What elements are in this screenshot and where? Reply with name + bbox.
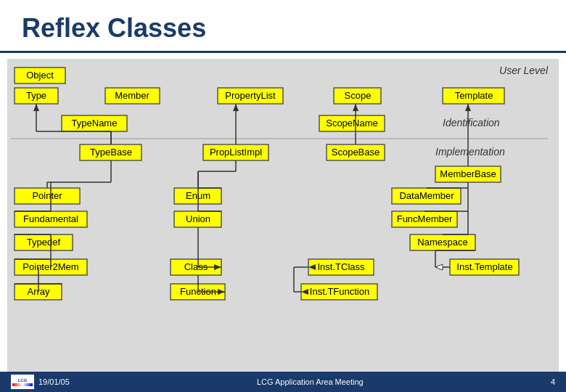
typedef-label: Typedef — [27, 237, 61, 248]
slide-title: Reflex Classes — [22, 13, 206, 43]
footer-page: 4 — [551, 377, 555, 386]
insttfunction-label: Inst.TFunction — [310, 286, 369, 297]
datamember-label: DataMember — [399, 190, 454, 201]
diagram-svg: Object Type Member PropertyList Scope Te… — [7, 59, 551, 371]
fundamental-label: Fundamental — [23, 213, 78, 224]
propertylist-label: PropertyList — [225, 90, 276, 101]
footer: LCG 19/01/05 LCG Application Area Meetin… — [0, 372, 566, 392]
funcmember-label: FuncMember — [397, 213, 453, 224]
insttemplate-label: Inst.Template — [456, 261, 512, 272]
identification-label: Identification — [443, 117, 500, 128]
insttclass-label: Inst.TClass — [317, 261, 365, 272]
scopebase-label: ScopeBase — [332, 147, 380, 158]
title-bar: Reflex Classes — [0, 0, 566, 53]
pointer-label: Pointer — [32, 190, 62, 201]
type-label: Type — [26, 90, 46, 101]
main-content: User Level Object Type Member PropertyLi… — [7, 59, 559, 392]
object-label: Object — [26, 70, 54, 81]
union-label: Union — [186, 213, 210, 224]
typename-label: TypeName — [72, 118, 118, 128]
svg-marker-77 — [435, 264, 443, 270]
namespace-label: Namespace — [417, 237, 467, 248]
footer-date: 19/01/05 — [38, 377, 70, 386]
proplistimpl-label: PropListImpl — [210, 147, 262, 158]
member-label: Member — [115, 90, 149, 101]
slide: Reflex Classes User Level Object Type Me… — [0, 0, 566, 392]
typebase-label: TypeBase — [90, 147, 132, 158]
footer-meeting: LCG Application Area Meeting — [257, 377, 364, 386]
template-label: Template — [455, 90, 493, 101]
svg-marker-34 — [233, 104, 239, 111]
scope-label: Scope — [345, 90, 372, 101]
memberbase-label: MemberBase — [440, 168, 496, 179]
svg-marker-31 — [33, 104, 39, 111]
implementation-label: Implementation — [435, 146, 505, 158]
svg-marker-36 — [353, 104, 358, 111]
svg-marker-38 — [465, 104, 471, 111]
scopename-label: ScopeName — [326, 118, 378, 128]
